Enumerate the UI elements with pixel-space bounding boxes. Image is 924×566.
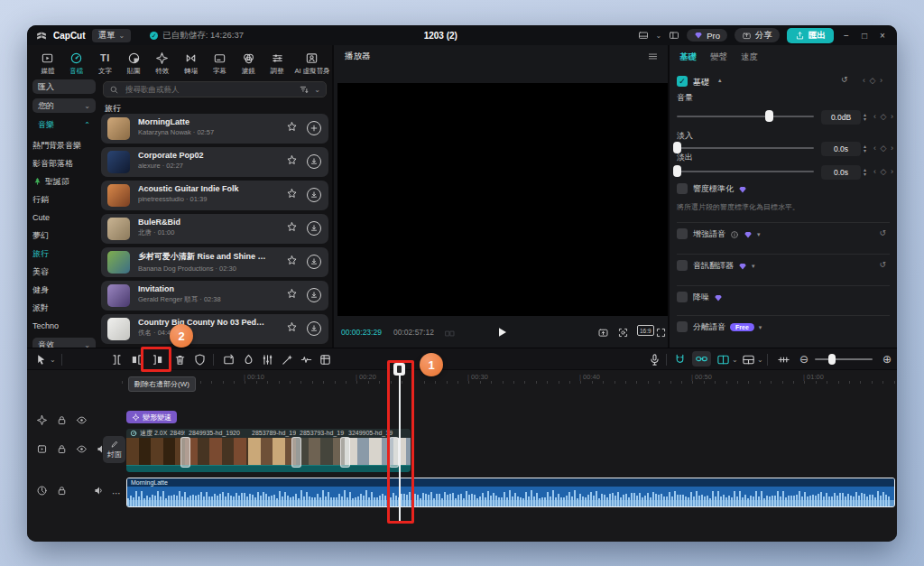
zoom-slider-thumb[interactable] [828,354,836,365]
favorite-star-icon[interactable] [286,255,298,266]
reset-icon[interactable]: ↺ [841,75,848,84]
track-layout-icon[interactable]: ⌄ [742,353,763,367]
lock-icon[interactable] [56,413,68,430]
collapse-caret-icon[interactable]: ▴ [718,77,722,84]
preview-axis-toggle-icon[interactable]: ⌄ [716,353,738,367]
value-box[interactable]: 0.0dB [821,110,861,125]
stepper-icon[interactable]: ▴▾ [864,168,866,176]
chevron-down-icon[interactable]: ▾ [759,324,762,331]
base-checkbox[interactable]: ✓ [677,76,688,87]
nav-tab-audio[interactable]: 音檔 [63,51,90,76]
search-input[interactable] [124,84,294,95]
snap-toggle-icon[interactable] [673,353,687,367]
player-menu-icon[interactable] [647,51,659,64]
sidebar-group-0[interactable]: 您的⌄ [32,98,96,113]
pro-badge[interactable]: Pro [687,29,727,42]
freeze-frame-tool-icon[interactable] [319,353,332,367]
nav-tab-text[interactable]: TI文字 [92,51,119,76]
chevron-down-icon[interactable]: ▾ [757,231,761,238]
sidebar-item-1[interactable]: 影音部落格 [32,154,96,172]
keyframe-control[interactable]: ‹ ◇ › [873,167,894,176]
reset-icon[interactable]: ↺ [879,228,886,237]
value-box[interactable]: 0.0s [821,142,861,156]
download-icon[interactable] [307,288,321,302]
close-button[interactable]: × [877,31,888,41]
layout-one-icon[interactable] [638,30,649,41]
nav-tab-sticker[interactable]: 貼圖 [120,51,147,76]
slider-track-2[interactable] [677,171,814,172]
music-item[interactable]: Corporate Pop02alexure · 02:27 [101,147,328,177]
music-item[interactable]: InvitationGerald Renger 順耳 · 02:38 [101,281,328,311]
nav-tab-ai-avatar[interactable]: AI 虛擬替身 [292,51,332,76]
inspector-tab-1[interactable]: 變聲 [710,51,727,63]
add-icon[interactable] [307,121,321,135]
download-icon[interactable] [307,188,321,202]
import-button[interactable]: 匯入 [32,79,96,94]
download-icon[interactable] [307,221,321,236]
reset-icon[interactable]: ↺ [879,260,886,269]
music-item[interactable]: BuleR&Bid北唐 · 01:00 [101,214,328,244]
share-button[interactable]: 分享 [735,28,780,42]
menu-dropdown[interactable]: 選單⌄ [92,29,132,42]
lock-icon[interactable] [56,442,68,459]
chevron-down-icon[interactable]: ▾ [752,263,755,270]
slider-track-1[interactable] [677,147,814,149]
zoom-out-icon[interactable]: ⊖ [799,353,808,366]
mute-icon[interactable] [93,484,105,500]
more-icon[interactable]: ⋯ [112,484,122,500]
nav-tab-adjust[interactable]: 調整 [263,51,291,76]
replace-tool-icon[interactable] [222,353,236,367]
audio-track-icon[interactable] [36,484,48,500]
delete-tool-icon[interactable] [173,353,187,367]
search-bar[interactable]: ⌄ [103,81,327,97]
video-track-icon[interactable] [36,442,48,459]
split-tool-icon[interactable] [110,353,124,367]
favorite-star-icon[interactable] [286,154,298,166]
sidebar-item-0[interactable]: 熱門背景音樂 [32,136,96,154]
filter-icon[interactable] [299,84,310,95]
music-item[interactable]: MorningLatteKatarzyna Nowak · 02:57 [101,114,328,144]
audio-clip[interactable]: MorningLatte [126,478,895,507]
favorite-star-icon[interactable] [286,221,298,233]
nav-tab-media[interactable]: 媒體 [34,51,61,76]
favorite-star-icon[interactable] [286,188,298,199]
zoom-slider[interactable] [815,358,873,360]
select-tool-icon[interactable]: ⌄ [34,353,56,367]
download-icon[interactable] [307,154,321,169]
download-icon[interactable] [307,321,321,336]
fullscreen-icon[interactable] [655,326,667,342]
keyframe-control[interactable]: ‹ ◇ › [873,144,894,153]
option-checkbox[interactable] [677,321,688,332]
auto-link-toggle-icon[interactable] [692,351,711,367]
focus-icon[interactable] [617,326,629,342]
record-voiceover-icon[interactable] [648,353,661,367]
timeline-scale-icon[interactable] [777,353,790,367]
stepper-icon[interactable]: ▴▾ [864,113,866,121]
sidebar-item-2[interactable]: 聖誕節 [32,172,96,190]
option-checkbox[interactable] [677,183,688,194]
favorite-star-icon[interactable] [286,121,298,133]
minimize-button[interactable]: − [841,31,852,41]
keyframe-control[interactable]: ‹ ◇ › [873,112,894,121]
transition-handle[interactable] [180,437,190,468]
render-quality-icon[interactable] [597,326,609,342]
option-checkbox[interactable] [677,228,688,239]
sidebar-item-5[interactable]: 夢幻 [32,227,96,245]
maximize-button[interactable]: □ [859,31,870,41]
value-box[interactable]: 0.0s [821,165,861,180]
layout-two-icon[interactable] [669,30,679,41]
favorite-star-icon[interactable] [286,288,298,300]
magic-tool-icon[interactable] [281,353,294,367]
undo-icon[interactable] [72,353,86,367]
option-checkbox[interactable] [677,292,688,302]
music-item[interactable]: Acoustic Guitar Indie Folkpinetreesstudi… [101,181,328,210]
nav-tab-effects[interactable]: 特效 [149,51,176,76]
music-item[interactable]: 乡村可爱小清新 Rise and Shine Full VersionBanan… [101,247,328,277]
speed-effect-badge[interactable]: 變形變速 [126,411,177,423]
zoom-in-icon[interactable]: ⊕ [882,353,892,366]
mask-tool-icon[interactable] [193,353,207,367]
fx-track-icon[interactable] [36,413,48,430]
transition-handle[interactable] [291,437,301,468]
slider-thumb[interactable] [673,165,681,177]
ratio-button[interactable]: 16:9 [637,325,654,336]
